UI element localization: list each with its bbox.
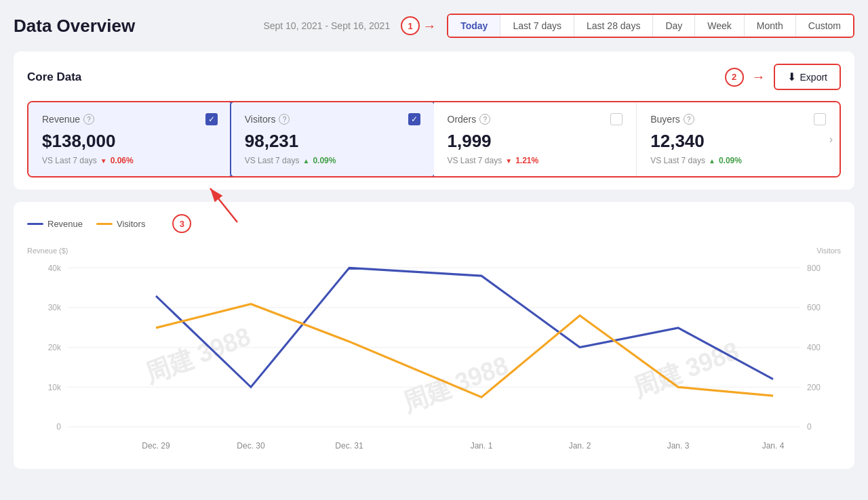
page-header: Data Overview Sept 10, 2021 - Sept 16, 2…	[14, 14, 854, 38]
chart-svg: 周建 3988 周建 3988 周建 3988 40k 30k 20k 10k …	[27, 253, 841, 470]
watermark-3: 周建 3988	[629, 335, 743, 403]
info-icon-buyers: ?	[684, 114, 694, 125]
metric-comparison-orders: VS Last 7 days 1.21%	[448, 156, 623, 165]
svg-text:Dec. 30: Dec. 30	[237, 441, 264, 451]
svg-text:0: 0	[807, 422, 812, 432]
trend-value-revenue: 0.06%	[111, 156, 134, 165]
tab-last28[interactable]: Last 28 days	[574, 15, 653, 37]
export-label: Export	[800, 72, 827, 83]
svg-text:10k: 10k	[48, 382, 62, 392]
metric-label-revenue: Revenue ?	[42, 114, 94, 125]
metric-value-orders: 1,999	[448, 131, 623, 152]
core-data-title: Core Data	[27, 70, 81, 84]
trend-visitors	[302, 156, 309, 165]
trend-value-visitors: 0.09%	[313, 156, 336, 165]
tab-bar: Today Last 7 days Last 28 days Day Week …	[447, 14, 854, 38]
svg-text:Jan. 1: Jan. 1	[471, 441, 493, 451]
annotation-circle-1: 1	[401, 16, 420, 35]
tab-day[interactable]: Day	[653, 15, 695, 37]
metric-value-visitors: 98,231	[245, 131, 420, 152]
watermark-1: 周建 3988	[141, 321, 254, 389]
next-arrow[interactable]: ›	[829, 133, 833, 146]
svg-text:600: 600	[807, 303, 821, 312]
tab-week[interactable]: Week	[695, 15, 745, 37]
svg-text:Jan. 3: Jan. 3	[667, 441, 690, 451]
legend-dot-revenue	[27, 223, 43, 225]
trend-value-buyers: 0.09%	[719, 156, 742, 165]
info-icon-orders: ?	[479, 114, 490, 125]
legend-label-revenue: Revenue	[47, 219, 83, 229]
metric-checkbox-visitors[interactable]: ✓	[408, 113, 420, 125]
metric-value-buyers: 12,340	[650, 131, 826, 152]
core-data-section: Core Data 2 → ⬇ Export Revenue ? ✓ $138,…	[14, 51, 854, 190]
tab-custom[interactable]: Custom	[796, 15, 853, 37]
svg-text:200: 200	[807, 382, 821, 392]
metric-header-orders: Orders ?	[448, 113, 623, 125]
core-data-header-right: 2 → ⬇ Export	[725, 64, 841, 90]
annotation-1-wrapper: 1 →	[401, 16, 436, 35]
svg-text:40k: 40k	[48, 263, 62, 272]
metric-card-buyers[interactable]: Buyers ? 12,340 VS Last 7 days 0.09% ›	[637, 102, 840, 176]
svg-text:0: 0	[56, 422, 61, 432]
svg-text:800: 800	[807, 263, 821, 272]
metric-comparison-revenue: VS Last 7 days 0.06%	[42, 156, 218, 165]
metric-comparison-visitors: VS Last 7 days 0.09%	[245, 156, 420, 165]
metric-header-revenue: Revenue ? ✓	[42, 113, 218, 125]
metric-label-orders: Orders ?	[448, 114, 491, 125]
svg-text:30k: 30k	[48, 303, 62, 312]
legend-visitors: Visitors	[96, 214, 145, 233]
tab-last7[interactable]: Last 7 days	[500, 15, 574, 37]
tab-month[interactable]: Month	[745, 15, 796, 37]
metric-label-buyers: Buyers ?	[650, 114, 694, 125]
svg-text:Dec. 31: Dec. 31	[335, 441, 363, 451]
header-right: Sept 10, 2021 - Sept 16, 2021 1 → Today …	[263, 14, 854, 38]
metric-header-buyers: Buyers ?	[650, 113, 826, 125]
page-title: Data Overview	[14, 16, 135, 37]
trend-revenue	[100, 156, 107, 165]
info-icon-visitors: ?	[279, 114, 290, 125]
trend-orders	[505, 156, 512, 165]
svg-text:Jan. 2: Jan. 2	[569, 441, 591, 451]
trend-value-orders: 1.21%	[515, 156, 538, 165]
legend-revenue: Revenue	[27, 214, 83, 233]
arrow-to-tabs: →	[422, 18, 436, 34]
chart-container: Revneue ($) Visitors 周建 3988 周建 3988 周建 …	[27, 240, 841, 457]
export-button[interactable]: ⬇ Export	[774, 64, 841, 90]
annotation-3-area: 3	[172, 214, 191, 233]
svg-text:20k: 20k	[48, 343, 62, 352]
chart-legend: Revenue Visitors 3	[27, 214, 841, 233]
core-data-header: Core Data 2 → ⬇ Export	[27, 64, 841, 90]
svg-text:Dec. 29: Dec. 29	[142, 441, 170, 451]
watermark-2: 周建 3988	[399, 350, 512, 418]
metric-checkbox-revenue[interactable]: ✓	[205, 113, 218, 125]
legend-label-visitors: Visitors	[117, 219, 145, 229]
svg-text:400: 400	[807, 343, 821, 352]
metric-label-visitors: Visitors ?	[245, 114, 290, 125]
annotation-circle-3: 3	[172, 214, 191, 233]
info-icon-revenue: ?	[83, 114, 94, 125]
metric-checkbox-orders[interactable]	[610, 113, 623, 125]
metrics-row: Revenue ? ✓ $138,000 VS Last 7 days 0.06…	[27, 101, 841, 178]
arrow-to-export: →	[752, 69, 766, 85]
annotation-circle-2: 2	[725, 68, 744, 87]
metric-card-visitors[interactable]: Visitors ? ✓ 98,231 VS Last 7 days 0.09%	[230, 101, 435, 178]
export-icon: ⬇	[787, 70, 796, 83]
tab-today[interactable]: Today	[448, 15, 500, 37]
metric-checkbox-buyers[interactable]	[814, 113, 826, 125]
metric-header-visitors: Visitors ? ✓	[245, 113, 420, 125]
legend-dot-visitors	[96, 223, 113, 225]
metric-card-revenue[interactable]: Revenue ? ✓ $138,000 VS Last 7 days 0.06…	[27, 101, 233, 178]
trend-buyers	[709, 156, 715, 165]
metric-comparison-buyers: VS Last 7 days 0.09%	[650, 156, 826, 165]
metric-card-orders[interactable]: Orders ? 1,999 VS Last 7 days 1.21%	[434, 102, 637, 176]
chart-section: Revenue Visitors 3 Revneue ($) Visitors …	[14, 202, 854, 469]
metric-value-revenue: $138,000	[42, 131, 218, 152]
date-range: Sept 10, 2021 - Sept 16, 2021	[263, 20, 390, 31]
svg-text:Jan. 4: Jan. 4	[762, 441, 785, 451]
